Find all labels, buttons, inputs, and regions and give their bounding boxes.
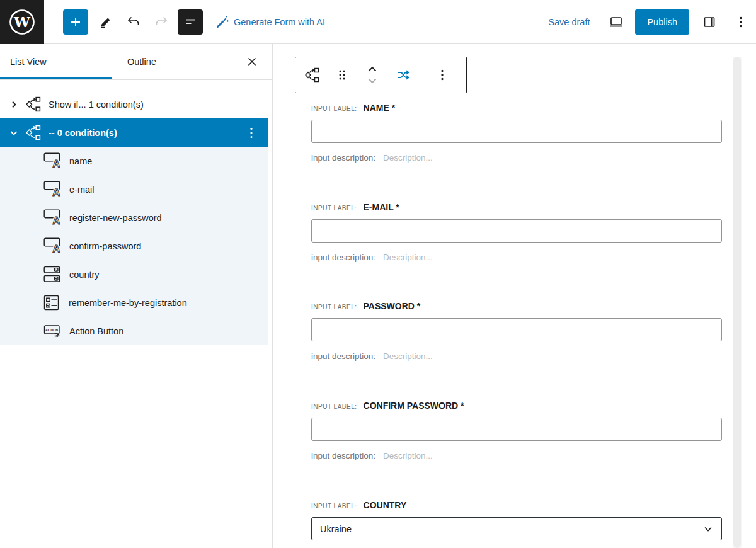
tree-row-email[interactable]: A A e-mail bbox=[0, 175, 268, 203]
undo-icon bbox=[126, 14, 141, 30]
drag-handle[interactable] bbox=[328, 57, 356, 93]
text-field-icon: A A bbox=[43, 237, 62, 254]
kebab-icon bbox=[244, 125, 259, 140]
text-field-icon: A A bbox=[43, 152, 62, 169]
drag-handle-icon bbox=[336, 69, 348, 81]
field-description-row: input description: Description... bbox=[311, 153, 722, 163]
canvas-scrollbar[interactable] bbox=[733, 57, 742, 548]
name-input[interactable] bbox=[311, 120, 722, 143]
conditional-logic-icon bbox=[25, 96, 42, 113]
block-options-button[interactable] bbox=[418, 57, 466, 93]
tree-row-selected-condition[interactable]: -- 0 condition(s) bbox=[0, 118, 268, 147]
form-field-email: INPUT LABEL: E-MAIL * input description:… bbox=[311, 202, 722, 262]
move-up-button[interactable] bbox=[365, 64, 380, 74]
svg-text:A: A bbox=[52, 158, 60, 169]
move-down-button[interactable] bbox=[365, 76, 380, 86]
email-input[interactable] bbox=[311, 219, 722, 243]
wordpress-icon: W bbox=[8, 8, 37, 37]
input-label-prefix: INPUT LABEL: bbox=[311, 105, 357, 112]
redo-button[interactable] bbox=[149, 9, 174, 35]
list-view-icon bbox=[183, 14, 198, 30]
field-label[interactable]: E-MAIL * bbox=[364, 202, 399, 212]
country-select-value: Ukraine bbox=[320, 524, 352, 534]
password-input[interactable] bbox=[311, 318, 722, 341]
field-description-row: input description: Description... bbox=[311, 253, 722, 262]
description-placeholder[interactable]: Description... bbox=[383, 451, 433, 460]
kebab-icon bbox=[733, 14, 748, 30]
options-menu-button[interactable] bbox=[731, 9, 751, 35]
tree-row-confirm-password[interactable]: A A confirm-password bbox=[0, 232, 268, 260]
block-type-button[interactable] bbox=[295, 57, 328, 93]
generate-form-ai-link[interactable]: Generate Form with AI bbox=[215, 15, 325, 29]
text-field-icon: A A bbox=[43, 209, 62, 226]
tree-row-label: country bbox=[69, 270, 100, 280]
tree-row-name[interactable]: A A name bbox=[0, 147, 268, 175]
input-description-prefix: input description: bbox=[311, 153, 375, 163]
publish-button[interactable]: Publish bbox=[635, 9, 689, 35]
field-label[interactable]: COUNTRY bbox=[364, 500, 407, 510]
field-label[interactable]: CONFIRM PASSWORD * bbox=[364, 401, 464, 411]
description-placeholder[interactable]: Description... bbox=[383, 253, 433, 262]
block-toolbar-options-group bbox=[418, 57, 466, 93]
field-label[interactable]: NAME * bbox=[364, 103, 396, 113]
shuffle-icon bbox=[396, 67, 411, 83]
input-label-prefix: INPUT LABEL: bbox=[311, 503, 357, 510]
tab-outline[interactable]: Outline bbox=[112, 44, 213, 79]
chevron-right-icon[interactable] bbox=[6, 97, 21, 112]
tree-row-label: remember-me-by-registration bbox=[69, 298, 187, 308]
tree-row-label: e-mail bbox=[69, 185, 94, 195]
add-block-button[interactable] bbox=[63, 9, 88, 35]
tree-row-show-if[interactable]: Show if... 1 condition(s) bbox=[0, 90, 268, 118]
preview-button[interactable] bbox=[604, 9, 629, 35]
input-description-prefix: input description: bbox=[311, 351, 375, 361]
tree-row-label: Show if... 1 condition(s) bbox=[49, 100, 144, 110]
tree-row-country[interactable]: country bbox=[0, 260, 268, 288]
country-select[interactable]: Ukraine bbox=[311, 517, 722, 540]
plus-icon bbox=[68, 14, 83, 30]
tree-row-register-new-password[interactable]: A A register-new-password bbox=[0, 203, 268, 232]
field-label-row: INPUT LABEL: COUNTRY bbox=[311, 500, 722, 510]
close-panel-button[interactable] bbox=[238, 44, 266, 79]
action-button-icon: ACTION bbox=[43, 323, 62, 340]
tools-button[interactable] bbox=[93, 9, 118, 35]
block-mover bbox=[356, 57, 389, 93]
input-label-prefix: INPUT LABEL: bbox=[311, 205, 357, 212]
editor-window: W bbox=[0, 0, 756, 548]
chevron-down-icon[interactable] bbox=[6, 125, 21, 140]
save-draft-button[interactable]: Save draft bbox=[548, 17, 590, 27]
block-tree: Show if... 1 condition(s) bbox=[0, 80, 272, 345]
tab-list-view[interactable]: List View bbox=[0, 44, 112, 79]
select-field-icon bbox=[43, 266, 62, 283]
redo-icon bbox=[154, 14, 169, 30]
tree-row-label: Action Button bbox=[69, 326, 123, 336]
svg-text:W: W bbox=[13, 13, 31, 30]
field-description-row: input description: Description... bbox=[311, 451, 722, 460]
field-label-row: INPUT LABEL: NAME * bbox=[311, 103, 722, 113]
pencil-icon bbox=[98, 14, 113, 30]
list-view-panel: List View Outline bbox=[0, 44, 273, 548]
kebab-icon bbox=[435, 67, 450, 83]
wordpress-logo[interactable]: W bbox=[0, 0, 44, 44]
row-options-button[interactable] bbox=[240, 118, 263, 147]
description-placeholder[interactable]: Description... bbox=[383, 351, 433, 361]
shuffle-button[interactable] bbox=[389, 57, 418, 93]
conditional-logic-icon bbox=[25, 124, 42, 141]
field-description-row: input description: Description... bbox=[311, 351, 722, 361]
settings-sidebar-toggle[interactable] bbox=[697, 9, 722, 35]
tree-row-remember-me[interactable]: remember-me-by-registration bbox=[0, 288, 268, 317]
svg-text:ACTION: ACTION bbox=[45, 328, 58, 332]
description-placeholder[interactable]: Description... bbox=[383, 153, 433, 163]
generate-form-ai-label: Generate Form with AI bbox=[234, 17, 325, 27]
magic-wand-icon bbox=[215, 15, 229, 29]
input-label-prefix: INPUT LABEL: bbox=[311, 403, 357, 410]
undo-button[interactable] bbox=[121, 9, 146, 35]
confirm-password-input[interactable] bbox=[311, 418, 722, 441]
field-label[interactable]: PASSWORD * bbox=[364, 301, 421, 311]
checkbox-field-icon bbox=[43, 294, 61, 311]
tree-row-label: name bbox=[69, 156, 92, 166]
tree-row-action-button[interactable]: ACTION Action Button bbox=[0, 317, 268, 345]
block-toolbar-main-group bbox=[295, 57, 389, 93]
field-label-row: INPUT LABEL: E-MAIL * bbox=[311, 202, 722, 212]
scrollbar-thumb[interactable] bbox=[733, 57, 741, 548]
document-overview-button[interactable] bbox=[178, 9, 203, 35]
